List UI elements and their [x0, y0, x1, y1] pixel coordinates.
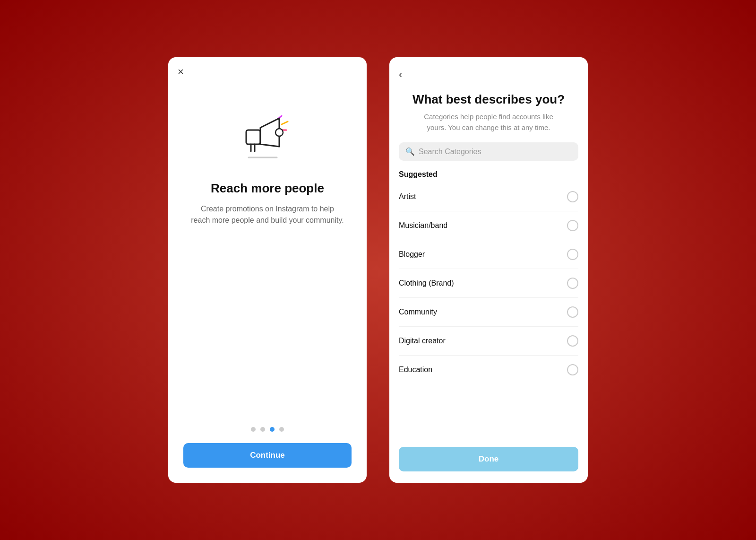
- done-button[interactable]: Done: [399, 447, 578, 471]
- category-item[interactable]: Education: [399, 356, 578, 384]
- right-header: ‹ What best describes you? Categories he…: [389, 57, 588, 142]
- category-item[interactable]: Artist: [399, 183, 578, 211]
- back-button[interactable]: ‹: [399, 67, 406, 83]
- radio-circle[interactable]: [567, 249, 578, 260]
- category-item[interactable]: Clothing (Brand): [399, 269, 578, 298]
- left-card: × Reach more people Create promotions on…: [168, 57, 367, 483]
- dot-3: [270, 427, 275, 432]
- dot-2: [260, 427, 265, 432]
- left-subtitle: Create promotions on Instagram to help r…: [183, 203, 352, 226]
- category-item[interactable]: Blogger: [399, 240, 578, 269]
- category-name: Musician/band: [399, 221, 447, 230]
- dot-1: [251, 427, 256, 432]
- svg-point-6: [275, 129, 283, 136]
- category-name: Education: [399, 366, 432, 374]
- search-icon: 🔍: [405, 147, 415, 156]
- category-name: Blogger: [399, 250, 425, 259]
- dot-4: [279, 427, 284, 432]
- radio-circle[interactable]: [567, 191, 578, 202]
- done-button-wrap: Done: [389, 439, 588, 483]
- radio-circle[interactable]: [567, 306, 578, 318]
- category-name: Clothing (Brand): [399, 279, 454, 287]
- radio-circle[interactable]: [567, 364, 578, 375]
- close-button[interactable]: ×: [178, 67, 184, 77]
- svg-line-1: [282, 122, 288, 124]
- continue-button[interactable]: Continue: [183, 443, 352, 468]
- category-name: Community: [399, 308, 437, 316]
- radio-circle[interactable]: [567, 278, 578, 289]
- suggested-label: Suggested: [389, 168, 588, 183]
- category-item[interactable]: Community: [399, 298, 578, 327]
- left-title: Reach more people: [211, 181, 324, 196]
- svg-rect-3: [246, 130, 260, 144]
- category-list: ArtistMusician/bandBloggerClothing (Bran…: [389, 183, 588, 439]
- right-card: ‹ What best describes you? Categories he…: [389, 57, 588, 483]
- right-subtitle: Categories help people find accounts lik…: [399, 112, 578, 133]
- search-bar[interactable]: 🔍: [399, 142, 578, 161]
- category-item[interactable]: Digital creator: [399, 327, 578, 356]
- pagination-dots: [251, 427, 284, 432]
- category-item[interactable]: Musician/band: [399, 211, 578, 240]
- radio-circle[interactable]: [567, 335, 578, 347]
- right-title: What best describes you?: [399, 92, 578, 107]
- megaphone-illustration: [237, 106, 298, 170]
- search-input[interactable]: [419, 148, 572, 156]
- category-name: Digital creator: [399, 337, 446, 345]
- radio-circle[interactable]: [567, 220, 578, 231]
- category-name: Artist: [399, 192, 416, 201]
